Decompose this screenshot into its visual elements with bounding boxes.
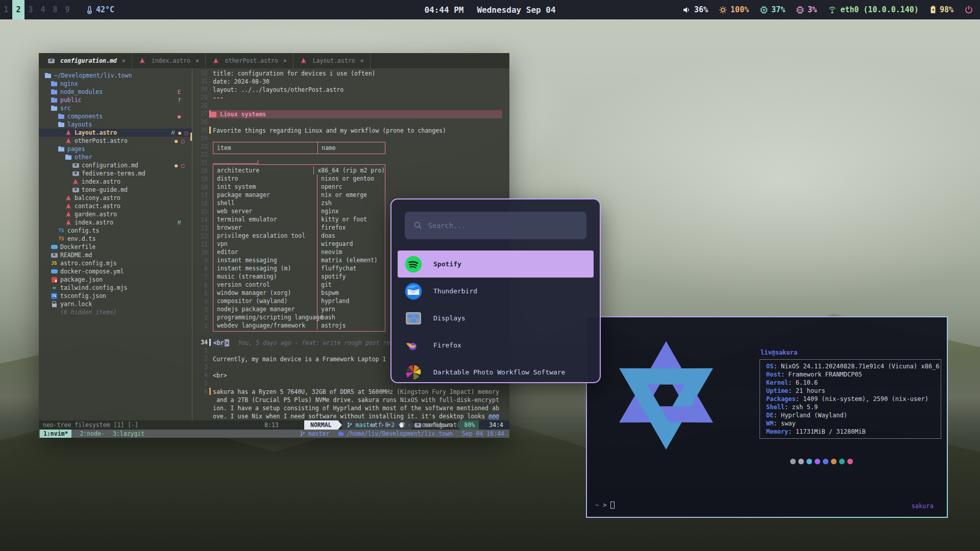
fetch-user-host: liv@sakura <box>761 349 797 356</box>
workspace-button[interactable]: 1 <box>0 0 12 19</box>
launcher-item[interactable]: Thunderbird <box>391 278 600 305</box>
tree-item[interactable]: src <box>39 104 192 112</box>
line-number: 32 <box>192 69 208 78</box>
table-cell-name: doas <box>317 232 385 240</box>
table-cell-name: bash <box>317 313 385 321</box>
tree-item[interactable]: contact.astro <box>39 202 192 210</box>
folder-icon <box>338 432 344 436</box>
tab-label: configuration.md <box>60 57 117 64</box>
fetch-field-value: sway <box>777 420 796 427</box>
status-badge: H <box>172 130 175 136</box>
tree-item[interactable]: balcony.astro <box>39 194 192 202</box>
launcher-item[interactable]: Darktable Photo Workflow Software <box>391 359 600 383</box>
displays-icon <box>405 310 422 327</box>
tree-item[interactable]: components ● <box>39 112 192 120</box>
table-header-item: item <box>213 142 317 154</box>
tree-item[interactable]: ~/Development/liv.town <box>39 71 192 80</box>
tree-item[interactable]: astro.config.mjs <box>39 259 192 267</box>
tree-item[interactable]: tsconfig.json <box>39 292 192 300</box>
file-icon <box>50 260 58 267</box>
tree-item[interactable]: otherPost.astro ● □ <box>39 137 192 145</box>
fetch-field-colon: : <box>773 420 777 427</box>
app-label: Displays <box>433 314 465 322</box>
tree-item[interactable]: env.d.ts <box>39 235 192 243</box>
editor-tab[interactable]: configuration.md × <box>41 53 132 68</box>
workspace-button[interactable]: 2 <box>12 0 24 19</box>
tree-item[interactable]: Dockerfile <box>39 243 192 251</box>
line-number: 4 <box>192 298 208 306</box>
tree-item[interactable]: pages <box>39 145 192 153</box>
speaker-icon <box>683 7 691 13</box>
tree-item[interactable]: public ? <box>39 96 192 104</box>
volume-widget[interactable]: 36% <box>683 5 708 14</box>
color-dot <box>839 459 845 464</box>
launcher-item[interactable]: Displays <box>391 305 600 332</box>
editor-tab[interactable]: index.astro × <box>132 53 206 68</box>
close-icon[interactable]: × <box>283 57 287 64</box>
line-number: 1 <box>192 322 208 331</box>
brightness-widget[interactable]: 100% <box>719 5 749 14</box>
close-icon[interactable]: × <box>195 57 199 64</box>
file-icon <box>50 301 58 308</box>
line-number: 22 <box>192 151 208 159</box>
darktable-icon <box>405 364 422 381</box>
launcher-item[interactable]: Firefox <box>391 332 600 359</box>
search-input[interactable]: Search... <box>405 212 586 239</box>
tmux-window[interactable]: 2:node- <box>80 430 104 438</box>
tree-item[interactable]: (6 hidden items) <box>39 308 192 316</box>
line-number <box>192 331 208 339</box>
tree-item-label: env.d.ts <box>67 235 95 242</box>
tree-item[interactable]: other <box>39 153 192 161</box>
tree-item[interactable]: README.md <box>39 251 192 259</box>
tree-item-label: otherPost.astro <box>75 137 128 144</box>
tmux-right: master /home/liv/Development/liv.town Se… <box>300 430 509 437</box>
tree-item[interactable]: index.astro <box>39 178 192 186</box>
tree-item[interactable]: layouts <box>39 120 192 129</box>
close-icon[interactable]: × <box>360 57 364 64</box>
tree-item[interactable]: tone-guide.md <box>39 186 192 194</box>
brightness-icon <box>719 6 727 14</box>
cpu-widget[interactable]: 37% <box>760 5 785 14</box>
line-number: 20 <box>192 167 208 176</box>
tree-item[interactable]: node_modules E <box>39 88 192 96</box>
tree-item[interactable]: config.ts <box>39 227 192 235</box>
tree-item[interactable]: docker-compose.yml <box>39 267 192 276</box>
tree-item[interactable]: nginx <box>39 80 192 88</box>
battery-widget[interactable]: 98% <box>930 5 953 14</box>
statusline: neo-tree filesystem [1] [-] 8:13 NORMAL … <box>39 420 509 430</box>
table-cell-item: distro <box>213 174 317 183</box>
close-icon[interactable]: × <box>122 57 126 64</box>
tree-item[interactable]: garden.astro <box>39 210 192 218</box>
tree-item[interactable]: yarn.lock <box>39 300 192 308</box>
table-cell-name: bspwm <box>317 289 385 297</box>
shell-prompt[interactable]: ~ > <box>595 502 615 509</box>
network-widget[interactable]: eth0 (10.0.0.140) <box>828 5 919 14</box>
tree-item[interactable]: index.astro H <box>39 218 192 227</box>
workspace-button[interactable]: 3 <box>24 0 37 19</box>
tree-item[interactable]: fediverse-terms.md <box>39 169 192 178</box>
power-button[interactable] <box>965 6 973 14</box>
editor-tab[interactable]: Layout.astro × <box>293 53 371 68</box>
file-icon <box>64 219 72 226</box>
editor-tab[interactable]: otherPost.astro × <box>206 53 293 68</box>
tree-item[interactable]: tailwind.config.mjs <box>39 284 192 292</box>
launcher-item[interactable]: Spotify <box>398 251 594 278</box>
fetch-field-label: Memory <box>766 428 788 435</box>
file-icon <box>64 211 72 218</box>
memory-widget[interactable]: 3% <box>796 5 817 14</box>
tree-item-label: other <box>75 154 92 161</box>
tmux-window[interactable]: 3:lazygit <box>113 430 144 438</box>
table-cell-item: nodejs package manager <box>213 305 317 313</box>
tmux-window[interactable]: 1:nvim* <box>40 430 71 438</box>
tree-item[interactable]: configuration.md ● □ <box>39 161 192 169</box>
powerline-separator <box>479 420 483 430</box>
tree-item[interactable]: Layout.astro H ● □ <box>39 129 192 137</box>
workspace-switcher: 1 2 3 4 8 9 <box>0 0 74 19</box>
table-cell-item: music (streaming) <box>213 272 317 281</box>
workspace-button[interactable]: 9 <box>61 0 74 19</box>
workspace-button[interactable]: 8 <box>49 0 61 19</box>
tree-item[interactable]: package.json <box>39 276 192 284</box>
fetch-field-label: Shell <box>766 404 785 411</box>
workspace-button[interactable]: 4 <box>37 0 49 19</box>
app-icon <box>405 364 422 381</box>
